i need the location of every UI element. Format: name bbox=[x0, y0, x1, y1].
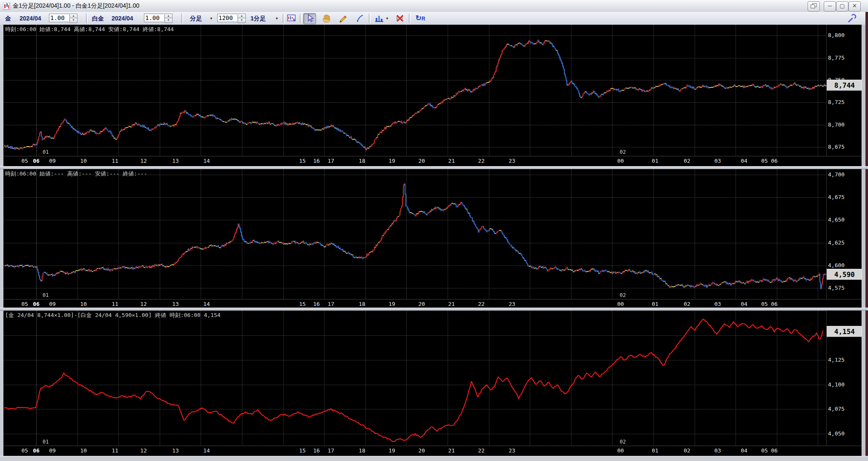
time-tick-label: 12 bbox=[140, 158, 147, 164]
price-tick-label: 4,600 bbox=[828, 262, 845, 268]
app-window: 金1分足[2024/04]1.00 - 白金1分足[2024/04]1.00 ─… bbox=[0, 0, 868, 461]
platinum-chart-canvas[interactable] bbox=[3, 169, 826, 299]
delete-drawing-icon[interactable] bbox=[394, 13, 406, 24]
cascade-window-button[interactable] bbox=[808, 1, 820, 12]
time-tick-label: 15 bbox=[299, 158, 306, 164]
time-tick-label: 22 bbox=[478, 447, 485, 454]
hand-tool-icon[interactable] bbox=[320, 13, 333, 24]
time-tick-label: 06 bbox=[771, 158, 778, 164]
time-tick-label: 15 bbox=[299, 301, 306, 307]
platinum-multiplier-input[interactable] bbox=[144, 14, 164, 22]
time-tick-label: 18 bbox=[359, 301, 365, 307]
time-tick-label: 16 bbox=[313, 301, 320, 307]
time-tick-label: 22 bbox=[478, 158, 485, 164]
time-tick-label: 00 bbox=[617, 447, 624, 454]
time-tick-label: 12 bbox=[140, 301, 147, 307]
time-tick-label: 02 bbox=[684, 301, 690, 307]
spread-chart-panel: [金 24/04 8,744×1.00]-[白金 24/04 4,590×1.0… bbox=[3, 311, 862, 446]
time-tick-label: 19 bbox=[388, 158, 395, 164]
time-tick-label: 06 bbox=[33, 301, 40, 307]
time-tick-label: 21 bbox=[448, 301, 455, 307]
platinum-time-axis: 0506091011121314151617181920212223000102… bbox=[3, 299, 862, 308]
pencil-tool-icon[interactable] bbox=[336, 13, 349, 24]
price-tick-label: 4,700 bbox=[828, 171, 845, 178]
time-tick-label: 17 bbox=[328, 158, 334, 164]
price-tick-label: 8,700 bbox=[828, 121, 845, 128]
refresh-icon[interactable]: ↻R bbox=[414, 13, 427, 24]
time-tick-label: 16 bbox=[313, 158, 320, 164]
time-tick-label: 13 bbox=[172, 447, 179, 454]
minimize-button[interactable]: ─ bbox=[824, 1, 836, 12]
platinum-label: 白金 bbox=[92, 15, 104, 23]
time-tick-label: 05 bbox=[21, 158, 28, 164]
toolbar-separator bbox=[409, 14, 411, 23]
date-marker: 02 bbox=[620, 149, 626, 155]
time-tick-label: 09 bbox=[49, 301, 56, 307]
platinum-info-line: 時刻:06:00 始値:--- 高値:--- 安値:--- 終値:--- bbox=[5, 170, 147, 178]
spin-down-button[interactable]: ▼ bbox=[69, 18, 78, 23]
time-tick-label: 10 bbox=[80, 158, 87, 164]
gold-month-label: 2024/04 bbox=[20, 15, 41, 22]
time-tick-label: 03 bbox=[714, 447, 721, 454]
indicator-chart-icon[interactable] bbox=[373, 13, 386, 24]
panel-splitter[interactable] bbox=[0, 308, 868, 311]
price-tick-label: 4,075 bbox=[828, 406, 845, 412]
time-tick-label: 02 bbox=[684, 158, 690, 164]
time-tick-label: 14 bbox=[203, 447, 210, 454]
title-bar[interactable]: 金1分足[2024/04]1.00 - 白金1分足[2024/04]1.00 ─… bbox=[0, 0, 868, 12]
time-tick-label: 02 bbox=[684, 447, 690, 454]
spin-down-button[interactable]: ▼ bbox=[164, 18, 172, 23]
bar-type-dropdown[interactable]: 分足 bbox=[190, 15, 202, 23]
time-tick-label: 03 bbox=[714, 301, 721, 307]
platinum-chart-panel: 時刻:06:00 始値:--- 高値:--- 安値:--- 終値:--- 4,5… bbox=[3, 169, 862, 299]
bottom-frame-edge bbox=[0, 456, 868, 461]
chevron-down-icon[interactable]: ▼ bbox=[210, 17, 213, 20]
maximize-button[interactable]: ▢ bbox=[836, 1, 848, 12]
price-tick-label: 8,800 bbox=[828, 32, 845, 38]
close-button[interactable]: ✕ bbox=[848, 1, 861, 12]
time-tick-label: 06 bbox=[771, 301, 778, 307]
price-tick-label: 4,050 bbox=[828, 430, 845, 437]
time-tick-label: 05 bbox=[761, 301, 768, 307]
gold-current-price: 8,744 bbox=[827, 80, 862, 91]
date-marker: 02 bbox=[620, 439, 626, 445]
spin-down-button[interactable]: ▼ bbox=[238, 18, 246, 23]
time-tick-label: 06 bbox=[33, 158, 40, 164]
spread-current-price: 4,154 bbox=[827, 326, 862, 337]
spread-chart-canvas[interactable] bbox=[3, 311, 826, 446]
price-tick-label: 8,775 bbox=[828, 55, 845, 61]
time-tick-label: 04 bbox=[741, 447, 747, 454]
time-tick-label: 00 bbox=[617, 158, 624, 164]
chart-mode-icon[interactable] bbox=[285, 13, 298, 24]
time-tick-label: 23 bbox=[509, 447, 515, 454]
time-tick-label: 23 bbox=[509, 301, 515, 307]
time-tick-label: 04 bbox=[741, 158, 747, 164]
gold-chart-canvas[interactable] bbox=[3, 25, 826, 156]
price-tick-label: 4,125 bbox=[828, 357, 845, 363]
interval-dropdown[interactable]: 1分足 bbox=[250, 15, 266, 23]
gold-multiplier-input[interactable] bbox=[49, 14, 69, 22]
time-tick-label: 09 bbox=[49, 447, 56, 454]
price-tick-label: 4,625 bbox=[828, 239, 845, 246]
time-tick-label: 09 bbox=[49, 158, 56, 164]
gold-info-line: 時刻:06:00 始値:8,744 高値:8,744 安値:8,744 終値:8… bbox=[5, 26, 174, 33]
toolbar-separator bbox=[300, 14, 302, 23]
panel-splitter[interactable] bbox=[0, 166, 868, 169]
cursor-tool-icon[interactable] bbox=[303, 13, 316, 24]
gold-time-axis: 0506091011121314151617181920212223000102… bbox=[3, 156, 862, 167]
time-tick-label: 12 bbox=[140, 447, 147, 454]
date-marker: 01 bbox=[43, 292, 49, 298]
pen-tool-icon[interactable] bbox=[353, 13, 366, 24]
settings-wrench-icon[interactable] bbox=[846, 13, 859, 24]
gold-label: 金 bbox=[5, 15, 11, 23]
candlestick-app-icon bbox=[3, 3, 10, 10]
price-tick-label: 8,725 bbox=[828, 99, 845, 105]
chevron-down-icon[interactable]: ▼ bbox=[385, 17, 389, 20]
bar-count-input[interactable] bbox=[217, 14, 237, 22]
price-tick-label: 4,650 bbox=[828, 216, 845, 223]
price-tick-label: 4,575 bbox=[828, 285, 845, 291]
chevron-down-icon[interactable]: ▼ bbox=[275, 17, 279, 20]
time-tick-label: 01 bbox=[652, 447, 658, 454]
time-tick-label: 06 bbox=[771, 447, 778, 454]
time-tick-label: 20 bbox=[418, 158, 425, 164]
